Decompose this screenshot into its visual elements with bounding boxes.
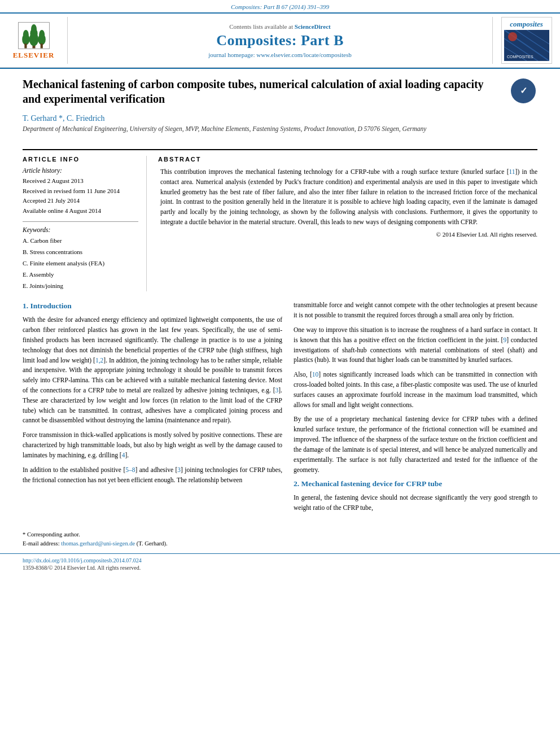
body-left-col: 1. Introduction With the desire for adva… bbox=[23, 300, 282, 518]
right-para-2: One way to improve this situation is to … bbox=[294, 325, 537, 365]
svg-rect-9 bbox=[40, 43, 42, 48]
journal-title: Composites: Part B bbox=[216, 32, 344, 49]
intro-para-3: In addition to the established positive … bbox=[23, 465, 282, 486]
history-available: Available online 4 August 2014 bbox=[23, 206, 138, 216]
footnote-corresponding: * Corresponding author. bbox=[23, 530, 537, 539]
header-banner: ELSEVIER Contents lists available at Sci… bbox=[0, 12, 560, 68]
composites-logo: composites COMPOSITES bbox=[501, 17, 552, 64]
composites-logo-image: COMPOSITES bbox=[504, 30, 549, 61]
intro-para-2: Force transmission in thick-walled appli… bbox=[23, 430, 282, 460]
article-info-label: ARTICLE INFO bbox=[23, 156, 138, 163]
right-para-4: By the use of a proprietary mechanical f… bbox=[294, 414, 537, 475]
composites-logo-container: composites COMPOSITES bbox=[492, 17, 554, 64]
section2-para-1: In general, the fastening device should … bbox=[294, 493, 537, 513]
svg-point-8 bbox=[39, 30, 45, 40]
right-para-1: transmittable force and weight cannot co… bbox=[294, 300, 537, 321]
footer-doi[interactable]: http://dx.doi.org/10.1016/j.compositesb.… bbox=[23, 557, 537, 563]
article-info-col: ARTICLE INFO Article history: Received 2… bbox=[23, 156, 147, 291]
journal-homepage: journal homepage: www.elsevier.com/locat… bbox=[208, 51, 351, 58]
info-divider bbox=[23, 221, 138, 222]
crossmark-icon: ✓ bbox=[511, 78, 536, 103]
abstract-label: ABSTRACT bbox=[158, 156, 537, 163]
ref-9[interactable]: 9 bbox=[503, 337, 506, 343]
section2-heading: 2. Mechanical fastening device for CFRP … bbox=[294, 479, 537, 488]
footer-issn: 1359-8368/© 2014 Elsevier Ltd. All right… bbox=[23, 565, 537, 571]
intro-heading: 1. Introduction bbox=[23, 302, 282, 311]
elsevier-text: ELSEVIER bbox=[13, 51, 55, 60]
article-title: Mechanical fastening of carbon composite… bbox=[23, 77, 537, 106]
affiliation: Department of Mechanical Engineering, Un… bbox=[23, 125, 537, 132]
info-abstract-layout: ARTICLE INFO Article history: Received 2… bbox=[23, 149, 537, 291]
history-accepted: Accepted 21 July 2014 bbox=[23, 196, 138, 206]
abstract-section: This contribution improves the mechanica… bbox=[158, 167, 537, 238]
footnote-email: E-mail address: thomas.gerhard@uni-siege… bbox=[23, 539, 537, 548]
body-content: 1. Introduction With the desire for adva… bbox=[23, 300, 537, 518]
keyword-2: B. Stress concentrations bbox=[23, 247, 138, 258]
title-section: Mechanical fastening of carbon composite… bbox=[0, 69, 560, 132]
ref-3[interactable]: 3 bbox=[275, 387, 279, 394]
header-center: Contents lists available at ScienceDirec… bbox=[73, 17, 487, 64]
svg-rect-6 bbox=[24, 43, 27, 48]
main-content: ARTICLE INFO Article history: Received 2… bbox=[0, 140, 560, 527]
abstract-ref-11[interactable]: 11 bbox=[509, 168, 515, 175]
ref-1-2[interactable]: 1,2 bbox=[95, 357, 103, 364]
ref-3b[interactable]: 3 bbox=[177, 466, 181, 473]
journal-reference: Composites: Part B 67 (2014) 391–399 bbox=[0, 0, 560, 12]
author-names[interactable]: T. Gerhard *, C. Friedrich bbox=[23, 114, 105, 123]
page-footer: http://dx.doi.org/10.1016/j.compositesb.… bbox=[0, 553, 560, 574]
keyword-5: E. Joints/joining bbox=[23, 281, 138, 292]
keyword-1: A. Carbon fiber bbox=[23, 235, 138, 247]
footnote-section: * Corresponding author. E-mail address: … bbox=[0, 527, 560, 548]
svg-point-5 bbox=[23, 30, 28, 40]
keyword-3: C. Finite element analysis (FEA) bbox=[23, 258, 138, 269]
crossmark-badge[interactable]: ✓ bbox=[509, 77, 537, 105]
footnote-email-link[interactable]: thomas.gerhard@uni-siegen.de bbox=[61, 540, 135, 547]
authors: T. Gerhard *, C. Friedrich bbox=[23, 114, 537, 123]
right-para-3: Also, [10] notes significantly increased… bbox=[294, 370, 537, 410]
history-title: Article history: bbox=[23, 167, 138, 174]
history-received: Received 2 August 2013 bbox=[23, 176, 138, 186]
keywords-title: Keywords: bbox=[23, 226, 138, 233]
elsevier-logo: ELSEVIER bbox=[13, 21, 55, 60]
homepage-link[interactable]: journal homepage: www.elsevier.com/locat… bbox=[208, 51, 351, 58]
svg-point-17 bbox=[508, 32, 517, 41]
science-direct-line: Contents lists available at ScienceDirec… bbox=[229, 23, 330, 30]
elsevier-tree-icon bbox=[17, 21, 51, 50]
copyright: © 2014 Elsevier Ltd. All rights reserved… bbox=[160, 231, 537, 238]
keyword-4: E. Assembly bbox=[23, 269, 138, 281]
abstract-col: ABSTRACT This contribution improves the … bbox=[158, 156, 537, 291]
ref-10[interactable]: 10 bbox=[312, 371, 319, 378]
intro-para-1: With the desire for advanced energy effi… bbox=[23, 315, 282, 426]
science-direct-link[interactable]: ScienceDirect bbox=[295, 23, 331, 30]
svg-point-3 bbox=[31, 24, 37, 34]
elsevier-logo-container: ELSEVIER bbox=[6, 17, 68, 64]
svg-text:✓: ✓ bbox=[520, 86, 527, 95]
ref-4[interactable]: 4 bbox=[122, 452, 125, 458]
body-right-col: transmittable force and weight cannot co… bbox=[294, 300, 537, 518]
abstract-text: This contribution improves the mechanica… bbox=[160, 167, 537, 228]
history-revised: Received in revised form 11 June 2014 bbox=[23, 186, 138, 196]
svg-text:COMPOSITES: COMPOSITES bbox=[507, 55, 533, 59]
composites-logo-title: composites bbox=[504, 20, 549, 29]
ref-5-8[interactable]: 5–8 bbox=[125, 466, 135, 473]
article-history: Article history: Received 2 August 2013 … bbox=[23, 167, 138, 216]
